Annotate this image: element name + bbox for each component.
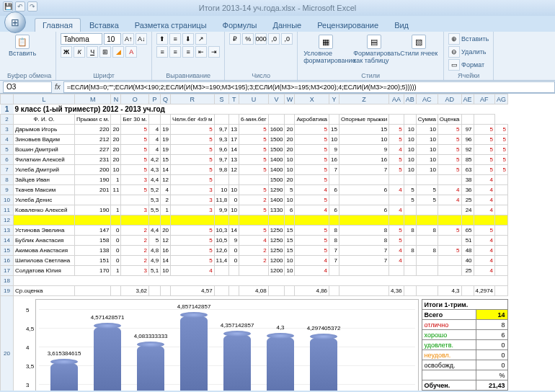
font-color-button[interactable]: A <box>125 46 137 58</box>
cell[interactable] <box>75 215 111 226</box>
cell[interactable]: 10 <box>416 145 438 155</box>
row-header[interactable]: 16 <box>1 256 14 266</box>
cell[interactable]: 0 <box>111 226 121 236</box>
cell[interactable]: 10 <box>111 165 121 175</box>
cell[interactable] <box>239 215 269 226</box>
cell[interactable] <box>121 215 149 226</box>
cell[interactable]: 2 <box>121 226 149 236</box>
cell[interactable]: 6 <box>339 205 388 215</box>
cell[interactable]: 5 <box>295 155 329 165</box>
cell[interactable]: 4 <box>474 246 494 256</box>
cell[interactable]: 4 <box>389 256 404 266</box>
cell[interactable]: 10 <box>404 155 416 165</box>
cell[interactable]: 190 <box>75 205 111 215</box>
fill-color-button[interactable]: ◢ <box>112 46 124 58</box>
cell[interactable]: 2 <box>121 236 149 246</box>
cell[interactable]: 220 <box>75 125 111 135</box>
shrink-font-button[interactable]: A↓ <box>136 33 147 45</box>
col-header[interactable]: M <box>75 94 111 104</box>
cell[interactable]: 9,9 <box>214 205 229 215</box>
cell[interactable]: 4 <box>239 236 269 246</box>
row-header[interactable]: 17 <box>1 266 14 276</box>
cell[interactable]: 9,6 <box>214 145 229 155</box>
cell[interactable]: 4 <box>474 205 494 215</box>
ribbon-tab-2[interactable]: Разметка страницы <box>128 19 214 32</box>
cell[interactable]: 5 <box>389 125 404 135</box>
cell[interactable]: 10 <box>339 135 388 145</box>
ribbon-tab-1[interactable]: Вставка <box>82 19 126 32</box>
name-box[interactable]: O3 <box>3 81 52 93</box>
cell[interactable]: 1500 <box>268 145 285 155</box>
cell[interactable]: 5 <box>121 145 149 155</box>
cell[interactable]: 5 <box>438 246 461 256</box>
cell[interactable]: 1 <box>111 266 121 276</box>
cell[interactable]: 10 <box>285 266 295 276</box>
cell[interactable] <box>229 175 239 185</box>
cell[interactable] <box>495 266 508 276</box>
cell[interactable]: 3 <box>121 205 149 215</box>
cell[interactable]: 9,7 <box>214 155 229 165</box>
cell[interactable]: 9,3 <box>214 135 229 145</box>
col-header[interactable]: AG <box>495 94 508 104</box>
indent-inc-button[interactable]: ⇥ <box>208 46 220 58</box>
cell[interactable]: 170 <box>75 266 111 276</box>
cell[interactable]: 5 <box>295 246 329 256</box>
cell[interactable]: 5 <box>389 236 404 246</box>
cell[interactable]: 4 <box>149 125 161 135</box>
conditional-format-button[interactable]: ▦ Условное форматирование <box>302 33 350 66</box>
cell[interactable]: 5 <box>295 195 329 205</box>
cell[interactable]: 4 <box>295 266 329 276</box>
cell[interactable]: 5 <box>295 145 329 155</box>
ribbon-tab-0[interactable]: Главная <box>35 18 81 32</box>
cell[interactable]: 15 <box>329 125 339 135</box>
italic-button[interactable]: К <box>74 46 85 58</box>
col-header[interactable]: U <box>239 94 269 104</box>
row-header[interactable]: 12 <box>1 215 14 226</box>
cell[interactable]: 0 <box>229 246 239 256</box>
cell[interactable]: 51 <box>461 236 474 246</box>
cell[interactable] <box>416 256 438 266</box>
cell[interactable]: 5 <box>389 226 404 236</box>
cell[interactable]: 5 <box>438 226 461 236</box>
cell[interactable]: 8 <box>416 226 438 236</box>
cell[interactable]: 4,2 <box>149 155 161 165</box>
row-header[interactable]: 4 <box>1 135 14 145</box>
cell[interactable] <box>239 175 269 185</box>
cell[interactable]: 20 <box>285 125 295 135</box>
col-header[interactable]: O <box>121 94 149 104</box>
cell[interactable] <box>285 215 295 226</box>
cell[interactable] <box>404 236 416 246</box>
cell[interactable]: 0 <box>111 236 121 246</box>
cell[interactable]: 1250 <box>268 226 285 236</box>
insert-cells-button[interactable]: ⊕ <box>448 33 460 45</box>
cell[interactable]: 10 <box>229 205 239 215</box>
cell[interactable]: 5 <box>295 236 329 246</box>
cell[interactable]: 10 <box>404 145 416 155</box>
cell[interactable]: 6 <box>329 185 339 195</box>
cell[interactable]: 96 <box>461 135 474 145</box>
col-header[interactable]: L <box>14 94 75 104</box>
cell[interactable]: 10 <box>416 135 438 145</box>
cell[interactable] <box>389 195 404 205</box>
cell[interactable]: 5 <box>295 175 329 185</box>
cell[interactable]: 20 <box>111 125 121 135</box>
font-family-combo[interactable]: Tahoma <box>61 33 102 45</box>
col-header[interactable]: X <box>295 94 329 104</box>
ribbon-tab-6[interactable]: Вид <box>387 19 416 32</box>
formula-input[interactable]: =ЕСЛИ(M3=0;"";ЕСЛИ(M3<190;2;ЕСЛИ(И(M3>=1… <box>63 81 555 93</box>
cell[interactable]: 1 <box>161 205 171 215</box>
cell[interactable]: 10 <box>214 185 229 195</box>
cell[interactable]: 13 <box>229 125 239 135</box>
cell[interactable] <box>438 205 461 215</box>
cell[interactable]: 1400 <box>268 155 285 165</box>
cell[interactable] <box>295 215 329 226</box>
cell[interactable] <box>404 256 416 266</box>
cell[interactable]: 2 <box>239 256 269 266</box>
cell[interactable]: 5 <box>438 155 461 165</box>
cell[interactable]: 7 <box>339 256 388 266</box>
cell[interactable]: 4 <box>438 185 461 195</box>
col-header[interactable]: Q <box>161 94 171 104</box>
cell[interactable] <box>404 175 416 185</box>
cell[interactable] <box>404 215 416 226</box>
col-header[interactable]: P <box>149 94 161 104</box>
